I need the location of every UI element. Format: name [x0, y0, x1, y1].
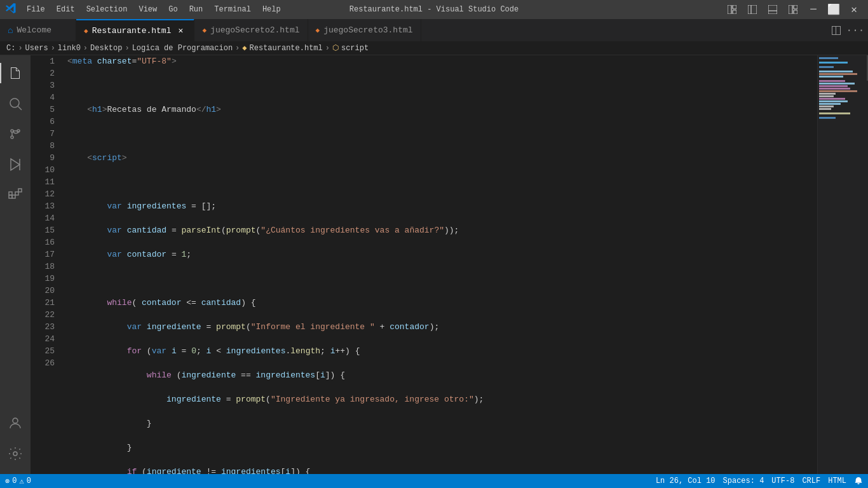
code-editor[interactable]: 12345 678910 1112131415 1617181920 21222… — [31, 55, 817, 474]
code-line-8: var cantidad = parseInt(prompt("¿Cuántos… — [67, 224, 817, 236]
code-line-1: <meta charset="UTF-8"> — [67, 55, 817, 67]
bc-sep-4: › — [125, 44, 129, 53]
bc-script[interactable]: script — [341, 44, 369, 53]
sidebar-item-source-control[interactable] — [0, 119, 31, 149]
menu-edit[interactable]: Edit — [51, 4, 80, 15]
svg-point-14 — [11, 136, 13, 139]
code-lines[interactable]: <meta charset="UTF-8"> <h1>Recetas de Ar… — [62, 55, 817, 474]
svg-rect-0 — [728, 5, 731, 14]
warning-icon: ⚠ — [19, 477, 24, 486]
sidebar-item-explorer[interactable] — [0, 58, 31, 88]
tab-restaurante-icon: ◆ — [84, 27, 88, 35]
status-line-ending[interactable]: CRLF — [802, 477, 820, 485]
tab-juego2-label: juegoSecreto2.html — [210, 25, 299, 35]
tab-juego3-icon: ◆ — [316, 26, 320, 34]
sidebar-toggle-btn[interactable] — [743, 1, 761, 18]
code-line-4 — [67, 128, 817, 140]
svg-marker-15 — [11, 159, 20, 170]
sidebar-item-search[interactable] — [0, 88, 31, 119]
bc-link0[interactable]: link0 — [58, 44, 81, 53]
tab-restaurante-label: Restaurante.html — [92, 26, 172, 36]
svg-rect-1 — [733, 5, 736, 9]
code-line-3: <h1>Recetas de Armando</h1> — [67, 104, 817, 116]
sidebar-item-settings[interactable] — [0, 438, 31, 469]
code-line-18: if (ingrediente != ingredientes[i]) { — [67, 466, 817, 474]
svg-rect-9 — [794, 10, 797, 14]
bc-c[interactable]: C: — [6, 44, 15, 53]
tab-juego3-label: juegoSecreto3.html — [323, 25, 412, 35]
menu-help[interactable]: Help — [257, 4, 286, 15]
menu-go[interactable]: Go — [163, 4, 182, 15]
svg-rect-7 — [789, 5, 792, 14]
tab-actions: ··· — [824, 19, 868, 41]
minimap — [817, 55, 868, 474]
bc-users[interactable]: Users — [25, 44, 48, 53]
activity-bar-bottom — [0, 408, 31, 474]
svg-line-11 — [18, 107, 22, 111]
layout-btn[interactable] — [723, 1, 741, 18]
line-numbers: 12345 678910 1112131415 1617181920 21222… — [31, 55, 62, 474]
split-editor-btn[interactable] — [829, 23, 844, 38]
error-icon: ⊗ — [5, 477, 10, 486]
bc-file-icon: ◆ — [242, 43, 247, 53]
tab-restaurante[interactable]: ◆ Restaurante.html ✕ — [76, 19, 194, 41]
menu-selection[interactable]: Selection — [81, 4, 133, 15]
menu-run[interactable]: Run — [184, 4, 208, 15]
window-title: Restaurante.html - Visual Studio Code — [349, 5, 519, 14]
bc-desktop[interactable]: Desktop — [90, 44, 122, 53]
editor-layout-btn[interactable] — [784, 1, 802, 18]
status-position[interactable]: Ln 26, Col 10 — [656, 477, 715, 485]
tab-welcome[interactable]: ⌂ Welcome — [0, 19, 76, 41]
sidebar-item-account[interactable] — [0, 408, 31, 438]
tab-welcome-label: Welcome — [17, 25, 51, 35]
code-line-17: } — [67, 442, 817, 454]
svg-point-23 — [13, 452, 17, 456]
sidebar-item-extensions[interactable] — [0, 180, 31, 210]
code-line-16: } — [67, 417, 817, 430]
menu-file[interactable]: File — [22, 4, 50, 15]
tab-juego3[interactable]: ◆ juegoSecreto3.html — [308, 19, 421, 41]
code-line-13: for (var i = 0; i < ingredientes.length;… — [67, 345, 817, 357]
status-notifications-icon[interactable] — [854, 477, 863, 485]
svg-rect-8 — [794, 5, 797, 9]
status-language[interactable]: HTML — [828, 477, 846, 485]
code-line-12: var ingrediente = prompt("Informe el ing… — [67, 321, 817, 333]
tab-welcome-icon: ⌂ — [8, 25, 13, 36]
sidebar-item-run[interactable] — [0, 149, 31, 180]
svg-rect-5 — [768, 5, 777, 14]
menu-terminal[interactable]: Terminal — [209, 4, 256, 15]
tab-juego2-icon: ◆ — [202, 26, 207, 34]
breadcrumb: C: › Users › link0 › Desktop › Logica de… — [0, 41, 868, 55]
svg-rect-3 — [748, 5, 757, 14]
activity-bar — [0, 55, 31, 474]
bc-sep-1: › — [18, 44, 22, 53]
menu-view[interactable]: View — [133, 4, 162, 15]
code-line-9: var contador = 1; — [67, 248, 817, 261]
bc-sep-2: › — [51, 44, 55, 53]
more-actions-btn[interactable]: ··· — [848, 23, 863, 38]
error-count: 0 — [12, 477, 17, 485]
minimize-btn[interactable]: ─ — [804, 1, 822, 18]
main-area: 12345 678910 1112131415 1617181920 21222… — [0, 55, 868, 474]
bc-sep-6: › — [325, 44, 330, 53]
code-line-11: while( contador <= cantidad) { — [67, 297, 817, 309]
bc-sep-5: › — [235, 44, 240, 53]
vscode-logo-icon — [5, 3, 17, 17]
status-spaces[interactable]: Spaces: 4 — [723, 477, 764, 485]
title-bar: File Edit Selection View Go Run Terminal… — [0, 0, 868, 19]
close-btn[interactable]: ✕ — [845, 1, 863, 18]
code-line-15: ingrediente = prompt("Ingrediente ya ing… — [67, 393, 817, 405]
status-encoding[interactable]: UTF-8 — [771, 477, 794, 485]
tab-bar: ⌂ Welcome ◆ Restaurante.html ✕ ◆ juegoSe… — [0, 19, 868, 41]
bc-restaurante[interactable]: Restaurante.html — [250, 44, 323, 53]
status-errors[interactable]: ⊗ 0 ⚠ 0 — [5, 477, 31, 486]
restore-btn[interactable]: ⬜ — [825, 1, 843, 18]
tab-juego2[interactable]: ◆ juegoSecreto2.html — [194, 19, 308, 41]
svg-rect-2 — [733, 10, 736, 14]
code-line-14: while (ingrediente == ingredientes[i]) { — [67, 369, 817, 381]
bc-logica[interactable]: Logica de Programacion — [132, 44, 233, 53]
warning-count: 0 — [27, 477, 31, 485]
bc-sep-3: › — [83, 44, 88, 53]
panel-toggle-btn[interactable] — [764, 1, 782, 18]
tab-restaurante-close[interactable]: ✕ — [175, 25, 186, 36]
